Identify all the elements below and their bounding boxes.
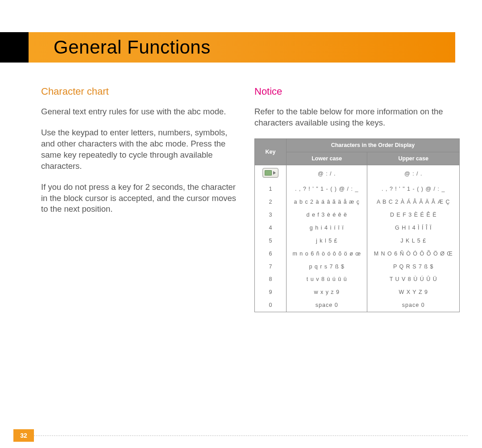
left-column: Character chart General text entry rules… (41, 85, 239, 312)
header-accent-dark (0, 32, 29, 63)
notice-text: Refer to the table below for more inform… (254, 106, 455, 129)
table-row: 8t u v 8 ù ú û üT U V 8 Ù Ú Û Ü (255, 273, 460, 286)
table-row: 6m n o 6 ñ ò ó ô õ ö ø œM N O 6 Ñ Ò Ó Ô … (255, 247, 460, 260)
cell-key: 1 (255, 183, 287, 196)
th-lower-case: Lower case (287, 152, 367, 165)
table-row: 9w x y z 9W X Y Z 9 (255, 286, 460, 299)
cell-key: 5 (255, 234, 287, 247)
cell-upper: P Q R S 7 ß $ (367, 260, 460, 273)
character-table: Key Characters in the Order Display Lowe… (254, 138, 460, 312)
cell-upper: A B C 2 À Á Â Ã Ä Å Æ Ç (367, 196, 460, 209)
table-row: 3d e f 3 è é ê ëD E F 3 È É Ê Ë (255, 209, 460, 222)
table-row: 1. , ? ! ' " 1 - ( ) @ / : _. , ? ! ' " … (255, 183, 460, 196)
cell-key: 8 (255, 273, 287, 286)
cell-lower: p q r s 7 ß $ (287, 260, 367, 273)
cell-upper: space 0 (367, 299, 460, 312)
right-column: Notice Refer to the table below for more… (254, 85, 455, 312)
cell-key: 7 (255, 260, 287, 273)
cell-lower: m n o 6 ñ ò ó ô õ ö ø œ (287, 247, 367, 260)
cell-key (255, 165, 287, 183)
cell-upper: T U V 8 Ù Ú Û Ü (367, 273, 460, 286)
table-row: @ : / .@ : / . (255, 165, 460, 183)
page-number-badge: 32 (13, 429, 34, 442)
table-row: 5j k l 5 £J K L 5 £ (255, 234, 460, 247)
cell-lower: t u v 8 ù ú û ü (287, 273, 367, 286)
cell-upper: . , ? ! ' " 1 - ( ) @ / : _ (367, 183, 460, 196)
paragraph: Use the keypad to enter letters, numbers… (41, 127, 239, 172)
cell-key: 2 (255, 196, 287, 209)
cell-lower: w x y z 9 (287, 286, 367, 299)
cell-key: 3 (255, 209, 287, 222)
cell-key: 0 (255, 299, 287, 312)
cell-lower: space 0 (287, 299, 367, 312)
notice-heading: Notice (254, 85, 455, 98)
table-row: 2a b c 2 à á â ã ä å æ çA B C 2 À Á Â Ã … (255, 196, 460, 209)
cell-lower: . , ? ! ' " 1 - ( ) @ / : _ (287, 183, 367, 196)
cell-upper: J K L 5 £ (367, 234, 460, 247)
cell-upper: @ : / . (367, 165, 460, 183)
phone-key-icon (262, 168, 278, 178)
cell-key: 6 (255, 247, 287, 260)
cell-key: 4 (255, 222, 287, 234)
footer: 32 (0, 429, 482, 448)
header-band: General Functions (0, 32, 482, 63)
content-area: Character chart General text entry rules… (41, 85, 455, 312)
cell-lower: a b c 2 à á â ã ä å æ ç (287, 196, 367, 209)
cell-upper: G H I 4 Ì Í Î Ï (367, 222, 460, 234)
th-characters-order: Characters in the Order Display (287, 138, 460, 152)
page-title: General Functions (54, 32, 211, 63)
th-upper-case: Upper case (367, 152, 460, 165)
paragraph: General text entry rules for use with th… (41, 106, 239, 117)
cell-upper: M N O 6 Ñ Ò Ó Ô Õ Ö Ø Œ (367, 247, 460, 260)
cell-lower: @ : / . (287, 165, 367, 183)
table-row: 4g h i 4 ì í î ïG H I 4 Ì Í Î Ï (255, 222, 460, 234)
th-key: Key (255, 138, 287, 165)
cell-key: 9 (255, 286, 287, 299)
section-heading-character-chart: Character chart (41, 85, 239, 98)
table-row: 7p q r s 7 ß $P Q R S 7 ß $ (255, 260, 460, 273)
cell-lower: g h i 4 ì í î ï (287, 222, 367, 234)
cell-lower: d e f 3 è é ê ë (287, 209, 367, 222)
paragraph: If you do not press a key for 2 seconds,… (41, 182, 239, 215)
cell-upper: W X Y Z 9 (367, 286, 460, 299)
footer-divider (34, 435, 468, 436)
cell-lower: j k l 5 £ (287, 234, 367, 247)
table-row: 0space 0space 0 (255, 299, 460, 312)
cell-upper: D E F 3 È É Ê Ë (367, 209, 460, 222)
